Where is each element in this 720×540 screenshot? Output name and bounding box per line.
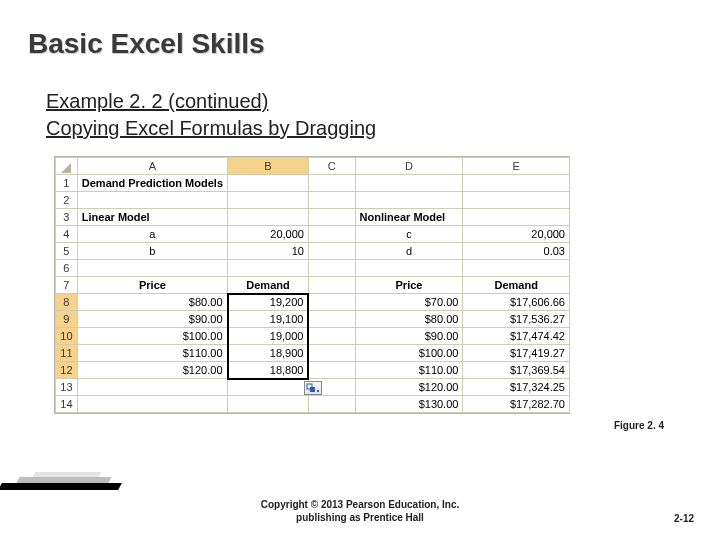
cell-b13[interactable] bbox=[228, 379, 309, 396]
cell-d9[interactable]: $80.00 bbox=[355, 311, 463, 328]
cell-e14[interactable]: $17,282.70 bbox=[463, 396, 570, 413]
cell-b1[interactable] bbox=[228, 175, 309, 192]
cell-c12[interactable] bbox=[308, 362, 355, 379]
cell-b9[interactable]: 19,100 bbox=[228, 311, 309, 328]
cell-a11[interactable]: $110.00 bbox=[77, 345, 227, 362]
cell-c8[interactable] bbox=[308, 294, 355, 311]
cell-e1[interactable] bbox=[463, 175, 570, 192]
cell-b2[interactable] bbox=[228, 192, 309, 209]
cell-d4[interactable]: c bbox=[355, 226, 463, 243]
cell-a12[interactable]: $120.00 bbox=[77, 362, 227, 379]
cell-a5[interactable]: b bbox=[77, 243, 227, 260]
row-header-10[interactable]: 10 bbox=[56, 328, 78, 345]
cell-a8[interactable]: $80.00 bbox=[77, 294, 227, 311]
cell-d6[interactable] bbox=[355, 260, 463, 277]
cell-b12[interactable]: 18,800 bbox=[228, 362, 309, 379]
row-header-14[interactable]: 14 bbox=[56, 396, 78, 413]
cell-c1[interactable] bbox=[308, 175, 355, 192]
cell-e5[interactable]: 0.03 bbox=[463, 243, 570, 260]
cell-d14[interactable]: $130.00 bbox=[355, 396, 463, 413]
cell-d11[interactable]: $100.00 bbox=[355, 345, 463, 362]
cell-b14[interactable] bbox=[228, 396, 309, 413]
row-header-2[interactable]: 2 bbox=[56, 192, 78, 209]
cell-b8[interactable]: 19,200 bbox=[228, 294, 309, 311]
cell-b7[interactable]: Demand bbox=[228, 277, 309, 294]
page-number: 2-12 bbox=[674, 513, 694, 524]
cell-e12[interactable]: $17,369.54 bbox=[463, 362, 570, 379]
cell-a6[interactable] bbox=[77, 260, 227, 277]
cell-e6[interactable] bbox=[463, 260, 570, 277]
cell-c6[interactable] bbox=[308, 260, 355, 277]
svg-rect-3 bbox=[317, 390, 319, 392]
row-header-1[interactable]: 1 bbox=[56, 175, 78, 192]
cell-e13[interactable]: $17,324.25 bbox=[463, 379, 570, 396]
cell-b10[interactable]: 19,000 bbox=[228, 328, 309, 345]
cell-e11[interactable]: $17,419.27 bbox=[463, 345, 570, 362]
row-header-12[interactable]: 12 bbox=[56, 362, 78, 379]
column-header-a[interactable]: A bbox=[77, 158, 227, 175]
cell-d13[interactable]: $120.00 bbox=[355, 379, 463, 396]
figure-caption: Figure 2. 4 bbox=[0, 414, 720, 431]
cell-a13[interactable] bbox=[77, 379, 227, 396]
cell-b3[interactable] bbox=[228, 209, 309, 226]
row-header-13[interactable]: 13 bbox=[56, 379, 78, 396]
cell-c5[interactable] bbox=[308, 243, 355, 260]
column-header-b[interactable]: B bbox=[228, 158, 309, 175]
cell-e10[interactable]: $17,474.42 bbox=[463, 328, 570, 345]
column-header-e[interactable]: E bbox=[463, 158, 570, 175]
copyright-line-1: Copyright © 2013 Pearson Education, Inc. bbox=[261, 499, 460, 510]
cell-a4[interactable]: a bbox=[77, 226, 227, 243]
cell-a9[interactable]: $90.00 bbox=[77, 311, 227, 328]
cell-e2[interactable] bbox=[463, 192, 570, 209]
cell-a7[interactable]: Price bbox=[77, 277, 227, 294]
cell-d10[interactable]: $90.00 bbox=[355, 328, 463, 345]
cell-d8[interactable]: $70.00 bbox=[355, 294, 463, 311]
cell-a2[interactable] bbox=[77, 192, 227, 209]
cell-a14[interactable] bbox=[77, 396, 227, 413]
copyright-line-2: publishing as Prentice Hall bbox=[296, 512, 424, 523]
cell-c14[interactable] bbox=[308, 396, 355, 413]
row-header-6[interactable]: 6 bbox=[56, 260, 78, 277]
copyright-text: Copyright © 2013 Pearson Education, Inc.… bbox=[0, 499, 720, 524]
cell-c7[interactable] bbox=[308, 277, 355, 294]
column-header-d[interactable]: D bbox=[355, 158, 463, 175]
cell-c9[interactable] bbox=[308, 311, 355, 328]
cell-d2[interactable] bbox=[355, 192, 463, 209]
cell-e3[interactable] bbox=[463, 209, 570, 226]
cell-c10[interactable] bbox=[308, 328, 355, 345]
cell-d12[interactable]: $110.00 bbox=[355, 362, 463, 379]
cell-b6[interactable] bbox=[228, 260, 309, 277]
row-header-8[interactable]: 8 bbox=[56, 294, 78, 311]
cell-a1[interactable]: Demand Prediction Models bbox=[77, 175, 227, 192]
autofill-options-icon bbox=[306, 383, 320, 393]
select-all-triangle-icon bbox=[61, 163, 71, 173]
cell-b11[interactable]: 18,900 bbox=[228, 345, 309, 362]
cell-c3[interactable] bbox=[308, 209, 355, 226]
subtitle-line-2: Copying Excel Formulas by Dragging bbox=[46, 115, 720, 142]
cell-b5[interactable]: 10 bbox=[228, 243, 309, 260]
cell-b4[interactable]: 20,000 bbox=[228, 226, 309, 243]
row-header-5[interactable]: 5 bbox=[56, 243, 78, 260]
row-header-4[interactable]: 4 bbox=[56, 226, 78, 243]
cell-d3[interactable]: Nonlinear Model bbox=[355, 209, 463, 226]
cell-e4[interactable]: 20,000 bbox=[463, 226, 570, 243]
row-header-7[interactable]: 7 bbox=[56, 277, 78, 294]
select-all-corner[interactable] bbox=[56, 158, 78, 175]
cell-d5[interactable]: d bbox=[355, 243, 463, 260]
autofill-options-button[interactable] bbox=[304, 381, 322, 395]
row-header-9[interactable]: 9 bbox=[56, 311, 78, 328]
row-header-3[interactable]: 3 bbox=[56, 209, 78, 226]
cell-d7[interactable]: Price bbox=[355, 277, 463, 294]
cell-c11[interactable] bbox=[308, 345, 355, 362]
cell-c4[interactable] bbox=[308, 226, 355, 243]
cell-a10[interactable]: $100.00 bbox=[77, 328, 227, 345]
cell-a3[interactable]: Linear Model bbox=[77, 209, 227, 226]
cell-e8[interactable]: $17,606.66 bbox=[463, 294, 570, 311]
cell-d1[interactable] bbox=[355, 175, 463, 192]
subtitle-line-1: Example 2. 2 (continued) bbox=[46, 88, 720, 115]
cell-e9[interactable]: $17,536.27 bbox=[463, 311, 570, 328]
cell-c2[interactable] bbox=[308, 192, 355, 209]
cell-e7[interactable]: Demand bbox=[463, 277, 570, 294]
column-header-c[interactable]: C bbox=[308, 158, 355, 175]
row-header-11[interactable]: 11 bbox=[56, 345, 78, 362]
